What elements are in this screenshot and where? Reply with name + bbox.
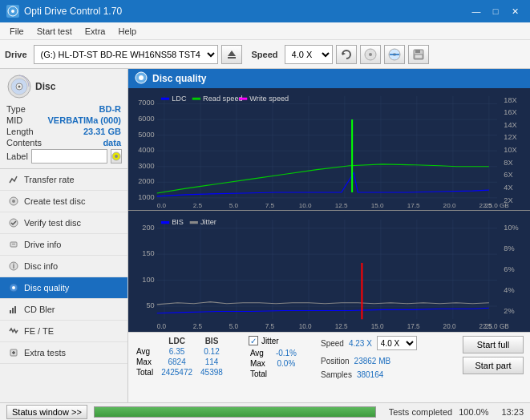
- close-button[interactable]: ✕: [506, 4, 524, 18]
- max-ldc: 6824: [160, 357, 199, 367]
- svg-text:12.5: 12.5: [335, 202, 348, 209]
- svg-text:10X: 10X: [504, 146, 516, 154]
- menu-help[interactable]: Help: [111, 25, 143, 38]
- sidebar-item-drive-info[interactable]: Drive info: [0, 234, 127, 256]
- svg-text:10.0: 10.0: [299, 321, 312, 329]
- top-chart: 7000 6000 5000 4000 3000 2000 1000 18X 1…: [128, 88, 530, 211]
- stats-max-row: Max 6824 114: [135, 357, 229, 367]
- extra-tests-label: Extra tests: [24, 348, 66, 357]
- samples-key-label: Samples: [321, 370, 352, 379]
- verify-test-label: Verify test disc: [24, 218, 81, 228]
- svg-text:7000: 7000: [138, 99, 154, 107]
- stats-total-row: Total 2425472 45398: [135, 367, 229, 378]
- chart-header-icon: [135, 71, 148, 87]
- nav-menu: Transfer rate Create test disc Verify te…: [0, 169, 127, 402]
- svg-text:15.0: 15.0: [371, 321, 384, 329]
- svg-text:3000: 3000: [138, 162, 154, 170]
- length-value: 23.31 GB: [83, 127, 121, 136]
- svg-point-28: [12, 286, 15, 289]
- menu-extra[interactable]: Extra: [79, 25, 112, 38]
- label-edit-button[interactable]: [111, 149, 122, 164]
- refresh-button[interactable]: [336, 45, 357, 64]
- bottom-chart: 200 150 100 50 10% 8% 6% 4% 2% 0.0 2.5 5…: [128, 211, 530, 333]
- jitter-checkbox[interactable]: ✓: [249, 336, 258, 345]
- svg-text:12X: 12X: [504, 134, 516, 142]
- avg-bis: 0.12: [199, 346, 229, 357]
- disc-label-input[interactable]: [31, 149, 107, 164]
- svg-text:18X: 18X: [504, 96, 516, 104]
- create-test-label: Create test disc: [24, 196, 85, 206]
- jitter-column-header: Jitter: [261, 337, 279, 345]
- start-part-button[interactable]: Start part: [463, 357, 524, 374]
- sidebar-item-cd-bler[interactable]: CD Bler: [0, 299, 127, 321]
- svg-text:20.0: 20.0: [443, 321, 456, 329]
- save-button[interactable]: [408, 45, 429, 64]
- cd-bler-label: CD Bler: [24, 305, 55, 314]
- drive-selector[interactable]: (G:) HL-DT-ST BD-RE WH16NS58 TST4: [34, 45, 218, 64]
- status-text: Tests completed: [389, 407, 452, 417]
- svg-text:5.0: 5.0: [229, 202, 239, 209]
- total-label: Total: [135, 367, 160, 378]
- svg-point-16: [18, 86, 21, 88]
- bottom-chart-svg: 200 150 100 50 10% 8% 6% 4% 2% 0.0 2.5 5…: [128, 211, 530, 333]
- avg-label: Avg: [135, 346, 160, 357]
- drive-label: Drive: [5, 50, 27, 59]
- svg-text:25.0 GB: 25.0 GB: [485, 202, 509, 209]
- disc-mid-row: MID VERBATIMa (000): [6, 115, 121, 125]
- svg-rect-31: [14, 306, 16, 313]
- title-bar: Opti Drive Control 1.70 — □ ✕: [0, 0, 530, 22]
- disc-label-row: Label: [6, 149, 121, 164]
- svg-text:17.5: 17.5: [407, 321, 420, 329]
- start-buttons: Start full Start part: [463, 336, 524, 374]
- svg-text:2%: 2%: [504, 305, 515, 314]
- minimize-button[interactable]: —: [467, 4, 485, 18]
- sidebar-item-fe-te[interactable]: FE / TE: [0, 321, 127, 342]
- svg-rect-26: [14, 264, 14, 265]
- eject-button[interactable]: [221, 45, 242, 64]
- svg-rect-12: [415, 55, 423, 59]
- svg-text:7.5: 7.5: [265, 321, 275, 329]
- speed-display-value: 4.23 X: [349, 339, 372, 348]
- svg-rect-3: [228, 57, 236, 59]
- analyze-button[interactable]: [384, 45, 405, 64]
- disc-button[interactable]: [360, 45, 381, 64]
- app-title: Opti Drive Control 1.70: [24, 6, 122, 17]
- svg-text:LDC: LDC: [172, 95, 187, 103]
- svg-text:Jitter: Jitter: [200, 217, 216, 226]
- fe-te-icon: [8, 325, 19, 337]
- svg-text:150: 150: [142, 248, 154, 257]
- svg-text:16X: 16X: [504, 108, 516, 116]
- svg-marker-2: [228, 50, 236, 56]
- sidebar-item-transfer-rate[interactable]: Transfer rate: [0, 169, 127, 191]
- menu-bar: File Start test Extra Help: [0, 22, 530, 40]
- menu-start-test[interactable]: Start test: [30, 25, 79, 38]
- sidebar-item-create-test-disc[interactable]: Create test disc: [0, 191, 127, 212]
- sidebar-item-disc-info[interactable]: Disc info: [0, 256, 127, 277]
- svg-text:50: 50: [146, 300, 154, 309]
- sidebar-item-verify-test-disc[interactable]: Verify test disc: [0, 212, 127, 234]
- maximize-button[interactable]: □: [487, 4, 504, 18]
- sidebar-item-disc-quality[interactable]: Disc quality: [0, 277, 127, 299]
- disc-info-label: Disc info: [24, 261, 58, 271]
- svg-text:6X: 6X: [504, 172, 512, 180]
- svg-text:8%: 8%: [504, 243, 515, 252]
- svg-text:2000: 2000: [138, 177, 154, 185]
- svg-text:200: 200: [142, 222, 154, 231]
- svg-text:7.5: 7.5: [265, 202, 275, 209]
- contents-value: data: [103, 138, 121, 147]
- status-bar: Status window >> Tests completed 100.0% …: [0, 402, 530, 420]
- speed-selector[interactable]: 4.0 X 2.0 X 1.0 X: [285, 45, 333, 64]
- svg-text:6000: 6000: [138, 115, 154, 123]
- test-speed-selector[interactable]: 4.0 X: [377, 336, 417, 350]
- verify-test-icon: [8, 217, 19, 228]
- svg-text:4X: 4X: [504, 184, 512, 192]
- sidebar-item-extra-tests[interactable]: Extra tests: [0, 342, 127, 364]
- drive-info-icon: [8, 239, 19, 250]
- progress-percent: 100.0%: [459, 407, 488, 417]
- ldc-column-header: LDC: [160, 336, 199, 346]
- max-label: Max: [135, 357, 160, 367]
- menu-file[interactable]: File: [3, 25, 30, 38]
- svg-text:5000: 5000: [138, 131, 154, 139]
- start-full-button[interactable]: Start full: [463, 336, 524, 353]
- status-window-button[interactable]: Status window >>: [6, 405, 87, 419]
